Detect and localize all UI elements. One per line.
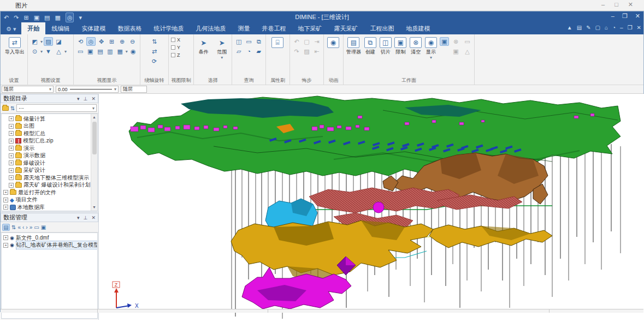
magnifier-icon[interactable]: ⊙ (30, 47, 39, 56)
tree-item[interactable]: +采矿设计 (2, 167, 97, 175)
file-item-selected[interactable]: + ◉ 钻孔_地表矿体井巷炮孔_复合模型.dmf (2, 242, 97, 249)
zoom-window-icon[interactable]: ⊞ (107, 37, 116, 46)
collapse-ribbon-icon[interactable]: ▲ (567, 25, 572, 31)
home-icon[interactable]: ⌂ (605, 25, 608, 31)
tab-home[interactable]: 开始 (21, 22, 45, 34)
visibility-eye-icon[interactable]: ◉ (10, 235, 14, 241)
rotate-view-icon[interactable]: ⟲ (76, 37, 85, 46)
step-redo-icon[interactable]: ↷ (292, 47, 301, 56)
tree-item-recent-files[interactable]: +最近打开的文件 (2, 189, 97, 196)
query-stack-icon[interactable]: ⧉ (255, 37, 263, 46)
tab-geometric-geology[interactable]: 几何法地质 (190, 22, 232, 34)
query-flag-icon[interactable]: ▱ (234, 47, 243, 56)
sort-icon[interactable]: ⇅ (10, 105, 15, 111)
tab-survey[interactable]: 测量 (232, 22, 256, 34)
tab-line-edit[interactable]: 线编辑 (45, 22, 75, 34)
tree-item[interactable]: +出图 (2, 123, 97, 130)
view-style-icon[interactable]: ◩ (30, 37, 39, 46)
tree-item[interactable]: +模型汇总.zip (2, 138, 97, 145)
manager-pin-icon[interactable]: ⊥ (84, 215, 88, 220)
section-view-icon[interactable]: ▥ (105, 47, 114, 56)
nav-next-icon[interactable]: › (26, 224, 27, 230)
tree-item[interactable]: +露天地下整体三维模型演示 (2, 174, 97, 182)
prism-icon[interactable]: △ (54, 47, 63, 56)
query-stats-icon[interactable]: ◔ (244, 47, 253, 56)
select-by-range-button[interactable]: ➤ 范围 ▾ (215, 36, 230, 77)
outer-maximize-icon[interactable]: □ (615, 1, 618, 8)
viewport-3d[interactable]: Z X (98, 94, 644, 320)
tree-item[interactable]: +储量计算 (2, 115, 97, 123)
query-entity-icon[interactable]: ◫ (234, 37, 243, 46)
tree-item[interactable]: +爆破设计 (2, 159, 97, 167)
tab-tunnel-engineering[interactable]: 井巷工程 (256, 22, 292, 34)
tree-item[interactable]: +演示数据 (2, 152, 97, 160)
tree-item[interactable]: +演示 (2, 145, 97, 152)
app-restore-icon[interactable]: ❐ (622, 13, 628, 20)
outer-minimize-icon[interactable]: – (601, 1, 605, 8)
line-width-combo[interactable]: 0.00 ▾ (56, 86, 119, 93)
zoom-in-icon[interactable]: ⊕ (117, 37, 127, 46)
workplane-extra4-icon[interactable]: △ (463, 47, 472, 56)
workplane-clear-button[interactable]: ⊗ 清空 (409, 36, 422, 77)
orbit-icon[interactable]: ◎ (86, 37, 96, 46)
tab-underground-mining[interactable]: 地下采矿 (292, 22, 328, 34)
child-restore-icon[interactable]: ❐ (628, 25, 633, 31)
child-minimize-icon[interactable]: – (620, 25, 623, 31)
step-undo-icon[interactable]: ↶ (292, 37, 301, 46)
color-bylayer-combo[interactable]: 随层 ▾ (2, 86, 54, 93)
query-window-icon[interactable]: ▭ (244, 37, 253, 46)
rotate-y-icon[interactable]: ⇄ (150, 47, 159, 56)
step-forward-icon[interactable]: ⇥ (312, 37, 321, 46)
app-close-icon[interactable]: ✕ (635, 13, 640, 20)
query-area-icon[interactable]: ▰ (255, 47, 263, 56)
perspective-icon[interactable]: ◪ (54, 37, 63, 46)
workplane-extra2-icon[interactable]: ▣ (451, 47, 460, 56)
workplane-create-button[interactable]: ⧉ 创建 (364, 36, 377, 77)
workplane-display-button[interactable]: ◉ 显示 ▾ (424, 36, 438, 77)
app-menu-button[interactable]: ⚙ ▾ (1, 26, 21, 34)
rotate-x-icon[interactable]: ⇅ (150, 37, 159, 46)
grid-view-icon[interactable]: ▤ (96, 47, 104, 56)
layers-icon[interactable]: ▦ (116, 47, 125, 56)
workplane-slice-button[interactable]: ◫ 切片 (379, 36, 392, 77)
outer-close-icon[interactable]: ✕ (628, 1, 633, 8)
linetype-bylayer-combo[interactable]: 随层 (121, 86, 147, 93)
workspace-list-icon[interactable]: ▤ (577, 25, 582, 31)
tree-item-project-files[interactable]: +◆项目文件 (2, 196, 97, 204)
limit-y-checkbox[interactable] (171, 45, 175, 50)
tree-item[interactable]: +模型汇总 (2, 130, 97, 138)
app-minimize-icon[interactable]: – (611, 13, 615, 20)
scroll-up-icon[interactable]: ▲ (91, 114, 97, 121)
catalog-scrollbar[interactable]: ▲ ▼ (91, 114, 97, 211)
manager-grid-icon[interactable]: ▤ (2, 224, 10, 231)
property-brush-button[interactable]: ⌸ (268, 36, 287, 48)
window-icon[interactable]: ▢ (595, 25, 600, 31)
nav-last-icon[interactable]: » (29, 224, 33, 230)
tab-openpit-mining[interactable]: 露天采矿 (328, 22, 364, 34)
step-box-icon[interactable]: ▢ (302, 37, 311, 46)
tab-geostatistics[interactable]: 统计学地质 (147, 22, 190, 34)
animation-button[interactable]: ◉ (326, 36, 340, 48)
nav-prev-icon[interactable]: ‹ (22, 224, 24, 230)
tree-item[interactable]: +露天矿 爆破设计和采剥计划 (2, 182, 97, 189)
tree-item-local-database[interactable]: +本地数据库 (2, 204, 97, 211)
visibility-eye-icon[interactable]: ◉ (129, 47, 138, 56)
user-icon[interactable]: ◔ (612, 25, 616, 31)
manager-menu-chevron-icon[interactable]: ▾ (77, 215, 80, 220)
manager-sort-icon[interactable]: ⇅ (11, 224, 16, 230)
tab-engineering-drawing[interactable]: 工程出图 (364, 22, 400, 34)
save-file-icon[interactable]: ▣ (41, 224, 46, 230)
filter-icon[interactable]: ▼ (44, 47, 53, 56)
shade-mode-icon[interactable]: ▨ (44, 37, 53, 46)
visibility-eye-icon[interactable]: ◉ (10, 242, 14, 248)
solid-view-icon[interactable]: ▣ (86, 47, 94, 56)
nav-first-icon[interactable]: « (17, 224, 21, 230)
limit-x-checkbox[interactable] (171, 38, 175, 42)
catalog-pin-icon[interactable]: ⊥ (84, 96, 88, 102)
open-folder-icon[interactable] (2, 106, 9, 111)
scroll-thumb[interactable] (92, 122, 97, 154)
zoom-out-icon[interactable]: ⊖ (128, 37, 137, 46)
import-export-button[interactable]: ⇄ 导入导出 (3, 36, 27, 55)
rotate-z-icon[interactable]: ⟳ (150, 57, 159, 65)
workplane-extra1-icon[interactable]: ⊗ (451, 37, 460, 46)
